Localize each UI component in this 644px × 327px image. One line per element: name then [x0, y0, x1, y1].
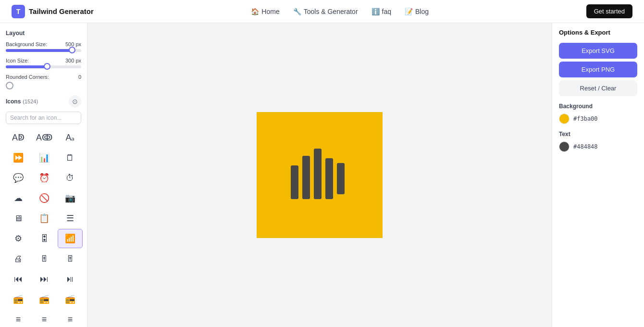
nav-logo[interactable]: T — [12, 5, 25, 18]
corners-row — [6, 82, 81, 89]
icon-cell[interactable]: ⚙ — [6, 229, 31, 248]
bg-size-group: Background Size: 500 px — [6, 41, 81, 52]
icons-count: (1524) — [23, 99, 38, 104]
corners-group: Rounded Corners: 0 — [6, 74, 81, 89]
nav-center: 🏠 Home 🔧 Tools & Generator ℹ️ faq 📝 Blog — [251, 8, 429, 15]
icon-cell-selected[interactable]: 📶 — [58, 229, 83, 248]
icon-grid: Aↁ Aↂ Aₐ ⏩ 📊 🗒 💬 ⏰ ⏱ ☁ 🚫 📷 🖥 📋 ☰ ⚙ 🎛 📶 🖨 — [6, 128, 81, 327]
icon-cell[interactable]: ⏩ — [6, 148, 31, 167]
background-color-swatch[interactable] — [559, 113, 570, 124]
nav-link-home[interactable]: 🏠 Home — [251, 8, 279, 15]
faq-icon: ℹ️ — [372, 8, 380, 15]
icon-cell[interactable]: ≡ — [32, 310, 57, 327]
icons-header: Icons (1524) ⊙ — [6, 95, 81, 108]
home-icon: 🏠 — [251, 8, 259, 15]
svg-rect-2 — [314, 149, 322, 199]
icon-cell[interactable]: 🖨 — [6, 249, 31, 268]
background-color-section: Background #f3ba00 — [559, 103, 637, 124]
bg-size-label-text: Background Size: — [6, 41, 47, 47]
text-color-title: Text — [559, 131, 637, 138]
icon-cell[interactable]: Aↁ — [6, 128, 31, 147]
icon-cell[interactable]: ☁ — [6, 189, 31, 208]
icon-cell[interactable]: 📻 — [6, 289, 31, 309]
bg-size-slider-thumb[interactable] — [69, 47, 75, 53]
background-color-hex[interactable]: #f3ba00 — [573, 115, 598, 122]
options-title: Options & Export — [559, 29, 637, 36]
sidebar-left: Layout Background Size: 500 px Icon Size… — [0, 23, 87, 327]
nav-left: T Tailwind Generator — [12, 5, 94, 18]
text-color-swatch[interactable] — [559, 141, 570, 152]
icon-cell[interactable]: 📻 — [58, 289, 83, 309]
icon-cell[interactable]: 🚫 — [32, 189, 57, 208]
text-color-row: #484848 — [559, 141, 637, 152]
tools-icon: 🔧 — [293, 8, 301, 15]
icon-cell[interactable]: ⏯ — [58, 269, 83, 289]
text-color-hex[interactable]: #484848 — [573, 143, 598, 150]
reset-button[interactable]: Reset / Clear — [559, 80, 637, 96]
corner-circle-icon[interactable] — [6, 82, 13, 89]
corners-label-text: Rounded Corners: — [6, 74, 49, 80]
bg-size-label: Background Size: 500 px — [6, 41, 81, 47]
icon-cell[interactable]: ⏮ — [6, 269, 31, 289]
icons-title-row: Icons (1524) — [6, 98, 38, 105]
icon-size-slider-track[interactable] — [6, 65, 81, 68]
main-wrap: Layout Background Size: 500 px Icon Size… — [0, 0, 644, 327]
nav-logo-letter: T — [16, 8, 21, 15]
preview-icon — [281, 137, 358, 214]
corners-label: Rounded Corners: 0 — [6, 74, 81, 80]
nav-link-faq[interactable]: ℹ️ faq — [372, 8, 391, 15]
bg-size-value: 500 px — [65, 41, 81, 47]
nav-home-label: Home — [261, 8, 279, 15]
icon-cell[interactable]: ☰ — [58, 209, 83, 228]
background-color-row: #f3ba00 — [559, 113, 637, 124]
blog-icon: 📝 — [405, 8, 413, 15]
center-area — [87, 23, 552, 327]
search-input[interactable] — [6, 112, 81, 124]
export-png-button[interactable]: Export PNG — [559, 62, 637, 77]
icon-cell[interactable]: ≡ — [6, 310, 31, 327]
background-color-title: Background — [559, 103, 637, 110]
nav-title: Tailwind Generator — [29, 7, 94, 15]
icon-size-value: 300 px — [65, 58, 81, 63]
nav-faq-label: faq — [382, 8, 391, 15]
layout-title: Layout — [6, 30, 81, 37]
icon-cell[interactable]: ≡ — [58, 310, 83, 327]
svg-rect-3 — [325, 158, 333, 199]
sidebar-right: Options & Export Export SVG Export PNG R… — [552, 23, 644, 327]
icons-options-button[interactable]: ⊙ — [69, 95, 81, 108]
icon-cell[interactable]: 📷 — [58, 189, 83, 208]
icon-size-label-text: Icon Size: — [6, 58, 29, 63]
navbar: T Tailwind Generator 🏠 Home 🔧 Tools & Ge… — [0, 0, 644, 23]
icon-cell[interactable]: 🗒 — [58, 148, 83, 167]
icon-cell[interactable]: 🖥 — [6, 209, 31, 228]
icon-cell[interactable]: 🎚 — [58, 249, 83, 268]
svg-rect-4 — [337, 163, 345, 194]
nav-link-tools[interactable]: 🔧 Tools & Generator — [293, 8, 358, 15]
icon-cell[interactable]: ⏭ — [32, 269, 57, 289]
icon-cell[interactable]: 🎚 — [32, 249, 57, 268]
nav-tools-label: Tools & Generator — [304, 8, 358, 15]
icon-cell[interactable]: ⏱ — [58, 168, 83, 188]
icon-cell[interactable]: ⏰ — [32, 168, 57, 188]
nav-blog-label: Blog — [415, 8, 429, 15]
icon-cell[interactable]: 💬 — [6, 168, 31, 188]
preview-box — [257, 112, 383, 238]
corners-value: 0 — [78, 74, 81, 80]
text-color-section: Text #484848 — [559, 131, 637, 152]
icon-size-label: Icon Size: 300 px — [6, 58, 81, 63]
icon-cell[interactable]: Aↂ — [32, 128, 57, 147]
get-started-button[interactable]: Get started — [586, 4, 632, 18]
icon-cell[interactable]: 📋 — [32, 209, 57, 228]
nav-link-blog[interactable]: 📝 Blog — [405, 8, 429, 15]
svg-rect-0 — [291, 165, 298, 199]
icon-cell[interactable]: Aₐ — [58, 128, 83, 147]
icon-cell[interactable]: 📊 — [32, 148, 57, 167]
icon-cell[interactable]: 📻 — [32, 289, 57, 309]
icon-cell[interactable]: 🎛 — [32, 229, 57, 248]
bg-size-slider-track[interactable] — [6, 49, 81, 52]
icon-size-group: Icon Size: 300 px — [6, 58, 81, 68]
icons-title: Icons — [6, 98, 21, 105]
export-svg-button[interactable]: Export SVG — [559, 43, 637, 59]
nav-right: Get started — [586, 4, 632, 18]
icon-size-slider-thumb[interactable] — [44, 63, 50, 70]
